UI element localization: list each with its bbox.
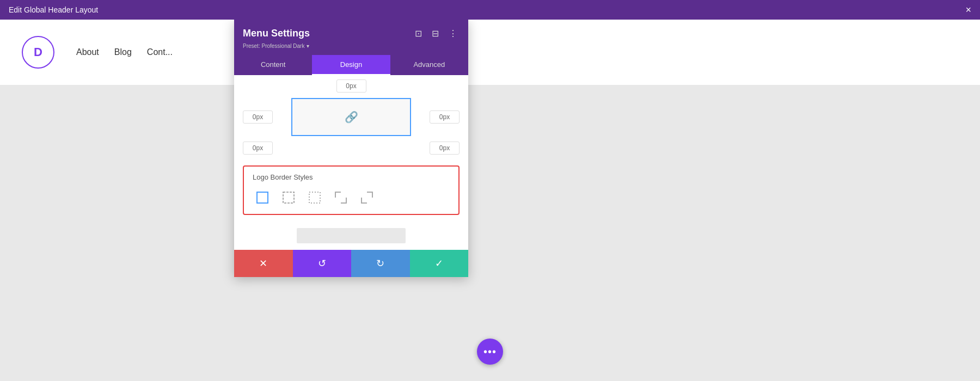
bottom-padding-row	[234, 142, 468, 161]
panel-header-top: Menu Settings ⊡ ⊟ ⋮	[243, 27, 460, 40]
panel-body: 🔗 Logo Border Styles	[234, 75, 468, 250]
tab-advanced[interactable]: Advanced	[390, 55, 468, 75]
padding-top-input[interactable]	[336, 79, 366, 93]
panel-tabs: Content Design Advanced	[234, 55, 468, 75]
border-style-options	[253, 188, 450, 207]
nav-link-contact: Cont...	[147, 47, 173, 57]
padding-bottom-left-input[interactable]	[243, 142, 273, 155]
header-preview: D About Blog Cont...	[0, 20, 980, 85]
tab-content[interactable]: Content	[234, 55, 312, 75]
border-styles-section: Logo Border Styles	[243, 165, 460, 215]
link-icon: 🔗	[345, 110, 358, 124]
tab-design[interactable]: Design	[312, 55, 390, 75]
border-styles-label: Logo Border Styles	[253, 173, 450, 181]
fab-icon: •••	[483, 346, 497, 358]
top-bar: Edit Global Header Layout ×	[0, 0, 980, 20]
border-option-corner-bottom[interactable]	[357, 188, 377, 207]
nav-link-blog: Blog	[114, 47, 132, 57]
top-padding-row	[234, 75, 468, 93]
redo-button[interactable]: ↻	[351, 250, 410, 277]
logo-letter: D	[34, 45, 42, 59]
next-preview-bar	[297, 228, 406, 243]
fab-button[interactable]: •••	[477, 339, 503, 365]
top-bar-close-button[interactable]: ×	[965, 5, 971, 15]
panel-icon-btn-screen[interactable]: ⊡	[413, 27, 424, 40]
next-preview-area	[234, 222, 468, 250]
border-option-dotted[interactable]	[305, 188, 324, 207]
side-padding-row: 🔗	[234, 93, 468, 142]
svg-rect-0	[257, 192, 268, 203]
padding-left-input[interactable]	[243, 110, 273, 124]
panel-header: Menu Settings ⊡ ⊟ ⋮ Preset: Professional…	[234, 20, 468, 55]
cancel-button[interactable]: ✕	[234, 250, 293, 277]
panel-footer: ✕ ↺ ↻ ✓	[234, 250, 468, 277]
border-option-solid[interactable]	[253, 188, 272, 207]
logo-circle: D	[22, 36, 54, 69]
panel-preset-text: Preset: Professional Dark	[243, 43, 304, 49]
panel-icon-btn-columns[interactable]: ⊟	[430, 27, 441, 40]
panel-header-icons: ⊡ ⊟ ⋮	[413, 27, 460, 40]
reset-button[interactable]: ↺	[293, 250, 352, 277]
border-option-corner-top[interactable]	[331, 188, 351, 207]
nav-link-about: About	[76, 47, 99, 57]
panel-preset-arrow: ▾	[307, 43, 309, 49]
padding-right-input[interactable]	[430, 110, 460, 124]
padding-bottom-right-input[interactable]	[430, 142, 460, 155]
panel-title: Menu Settings	[243, 28, 310, 39]
save-button[interactable]: ✓	[410, 250, 469, 277]
nav-links: About Blog Cont...	[76, 47, 173, 57]
menu-settings-panel: Menu Settings ⊡ ⊟ ⋮ Preset: Professional…	[234, 20, 468, 277]
top-bar-title: Edit Global Header Layout	[9, 5, 98, 14]
svg-rect-2	[309, 192, 320, 203]
svg-rect-1	[283, 192, 294, 203]
page-background: D About Blog Cont... ••• Menu Settings ⊡…	[0, 20, 980, 381]
border-option-dashed-full[interactable]	[279, 188, 298, 207]
panel-icon-btn-more[interactable]: ⋮	[446, 27, 460, 40]
logo-preview-box: 🔗	[291, 98, 411, 136]
panel-preset[interactable]: Preset: Professional Dark ▾	[243, 42, 460, 50]
